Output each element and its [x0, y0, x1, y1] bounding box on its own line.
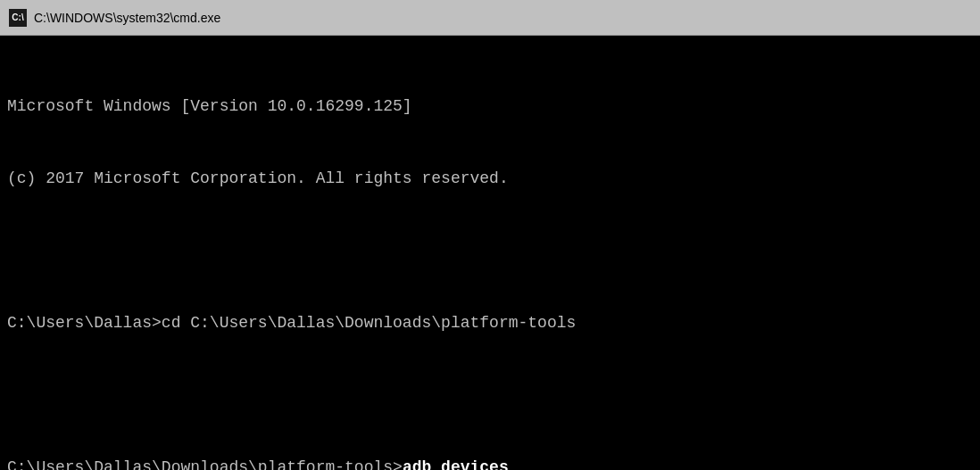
cmd-icon: C:\: [9, 9, 27, 27]
terminal-command: adb devices: [403, 458, 509, 470]
terminal-line-4: C:\Users\Dallas>cd C:\Users\Dallas\Downl…: [7, 311, 973, 335]
terminal-line-3: [7, 239, 973, 263]
title-bar-text: C:\WINDOWS\system32\cmd.exe: [34, 11, 220, 25]
terminal-line-6: C:\Users\Dallas\Downloads\platform-tools…: [7, 456, 973, 470]
title-bar: C:\ C:\WINDOWS\system32\cmd.exe: [0, 0, 980, 36]
terminal-line-5: [7, 383, 973, 408]
window: C:\ C:\WINDOWS\system32\cmd.exe Microsof…: [0, 0, 980, 470]
terminal-line-2: (c) 2017 Microsoft Corporation. All righ…: [7, 167, 973, 191]
terminal-line-1: Microsoft Windows [Version 10.0.16299.12…: [7, 95, 973, 119]
terminal-body[interactable]: Microsoft Windows [Version 10.0.16299.12…: [0, 36, 980, 470]
